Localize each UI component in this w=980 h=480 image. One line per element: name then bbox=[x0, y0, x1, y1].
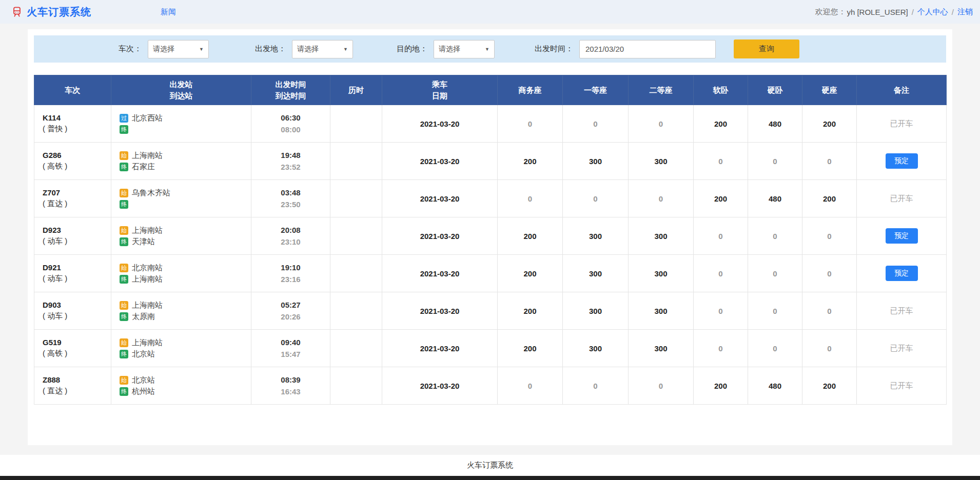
train-cell: G519( 高铁 ) bbox=[34, 330, 111, 367]
station-name: 上海南站 bbox=[132, 226, 163, 235]
depart-time: 08:39 bbox=[251, 375, 330, 384]
seat-soft-sleeper: 0 bbox=[694, 330, 748, 367]
train-type: ( 直达 ) bbox=[43, 386, 111, 396]
table-header-row: 车次出发站到达站出发时间到达时间历时乘车日期商务座一等座二等座软卧硬卧硬座备注 bbox=[34, 75, 947, 105]
duration-cell bbox=[330, 330, 382, 367]
train-number: K114 bbox=[43, 113, 111, 122]
time-cell: 08:3916:43 bbox=[251, 367, 330, 405]
train-no-select-value: 请选择 bbox=[153, 45, 174, 54]
train-type: ( 动车 ) bbox=[43, 311, 111, 321]
departure-select[interactable]: 请选择 ▼ bbox=[292, 40, 353, 58]
seat-hard-seat: 0 bbox=[802, 217, 857, 255]
seat-second-class-seat: 300 bbox=[629, 143, 694, 180]
destination-select[interactable]: 请选择 ▼ bbox=[434, 40, 495, 58]
seat-hard-seat: 0 bbox=[802, 143, 857, 180]
search-panel: 车次： 请选择 ▼ 出发地： 请选择 ▼ 目的地： 请选择 ▼ 出发时间： 查询 bbox=[34, 35, 946, 63]
station-name: 乌鲁木齐站 bbox=[132, 188, 170, 198]
seat-business-seat: 200 bbox=[498, 217, 563, 255]
stations-cell: 始乌鲁木齐站终 bbox=[111, 180, 251, 217]
train-table-body: K114( 普快 )过北京西站终06:3008:002021-03-200002… bbox=[34, 105, 947, 405]
table-row: D903( 动车 )始上海南站终太原南05:2720:262021-03-202… bbox=[34, 292, 947, 330]
station-badge: 终 bbox=[120, 275, 128, 284]
column-header: 出发时间到达时间 bbox=[251, 75, 330, 105]
time-cell: 09:4015:47 bbox=[251, 330, 330, 367]
profile-link[interactable]: 个人中心 bbox=[917, 7, 948, 17]
column-header: 二等座 bbox=[629, 75, 694, 105]
column-header: 备注 bbox=[857, 75, 947, 105]
note-cell: 已开车 bbox=[857, 367, 947, 405]
train-cell: D903( 动车 ) bbox=[34, 292, 111, 330]
station-line: 始上海南站 bbox=[120, 338, 251, 348]
search-button[interactable]: 查询 bbox=[734, 39, 799, 58]
depart-date-input[interactable] bbox=[579, 40, 716, 58]
seat-hard-seat: 200 bbox=[802, 105, 857, 143]
station-line: 终石家庄 bbox=[120, 162, 251, 172]
seat-hard-sleeper: 480 bbox=[748, 105, 802, 143]
station-badge: 始 bbox=[120, 151, 128, 160]
station-name: 杭州站 bbox=[132, 387, 155, 396]
depart-time: 19:48 bbox=[251, 151, 330, 159]
train-type: ( 高铁 ) bbox=[43, 162, 111, 171]
nav-news-link[interactable]: 新闻 bbox=[161, 7, 176, 17]
note-cell: 预定 bbox=[857, 143, 947, 180]
station-badge: 始 bbox=[120, 301, 128, 310]
train-number: D903 bbox=[43, 301, 111, 309]
train-cell: Z707( 直达 ) bbox=[34, 180, 111, 217]
book-button[interactable]: 预定 bbox=[886, 153, 918, 169]
train-type: ( 直达 ) bbox=[43, 199, 111, 209]
seat-first-class-seat: 0 bbox=[563, 367, 629, 405]
seat-hard-sleeper: 0 bbox=[748, 330, 802, 367]
note-cell: 已开车 bbox=[857, 105, 947, 143]
station-line: 终杭州站 bbox=[120, 387, 251, 396]
train-type: ( 动车 ) bbox=[43, 236, 111, 246]
seat-business-seat: 0 bbox=[498, 180, 563, 217]
train-number: Z707 bbox=[43, 188, 111, 197]
station-line: 始乌鲁木齐站 bbox=[120, 188, 251, 198]
note-cell: 预定 bbox=[857, 217, 947, 255]
username: yh [ROLE_USER] bbox=[847, 8, 908, 16]
seat-business-seat: 200 bbox=[498, 255, 563, 292]
station-badge: 终 bbox=[120, 163, 128, 171]
status-text: 已开车 bbox=[890, 344, 913, 352]
field-train-no: 车次： 请选择 ▼ bbox=[119, 40, 209, 58]
seat-second-class-seat: 0 bbox=[629, 180, 694, 217]
date-cell: 2021-03-20 bbox=[382, 367, 498, 405]
seat-soft-sleeper: 0 bbox=[694, 217, 748, 255]
train-number: G519 bbox=[43, 338, 111, 347]
arrive-time: 16:43 bbox=[251, 387, 330, 396]
logout-link[interactable]: 注销 bbox=[957, 7, 973, 17]
station-name: 北京南站 bbox=[132, 263, 163, 273]
brand[interactable]: 火车订票系统 bbox=[11, 5, 91, 19]
column-header: 历时 bbox=[330, 75, 382, 105]
column-header: 乘车日期 bbox=[382, 75, 498, 105]
column-header: 一等座 bbox=[563, 75, 629, 105]
seat-hard-seat: 0 bbox=[802, 330, 857, 367]
time-cell: 19:4823:52 bbox=[251, 143, 330, 180]
seat-hard-sleeper: 480 bbox=[748, 180, 802, 217]
station-line: 始上海南站 bbox=[120, 301, 251, 310]
seat-second-class-seat: 300 bbox=[629, 292, 694, 330]
separator: / bbox=[952, 8, 954, 16]
station-badge: 始 bbox=[120, 264, 128, 272]
table-row: G519( 高铁 )始上海南站终北京站09:4015:472021-03-202… bbox=[34, 330, 947, 367]
seat-soft-sleeper: 200 bbox=[694, 367, 748, 405]
station-line: 过北京西站 bbox=[120, 113, 251, 123]
train-no-select[interactable]: 请选择 ▼ bbox=[148, 40, 209, 58]
station-name: 上海南站 bbox=[132, 301, 163, 310]
train-logo-icon bbox=[11, 6, 23, 17]
destination-label: 目的地： bbox=[397, 44, 427, 54]
seat-second-class-seat: 300 bbox=[629, 217, 694, 255]
status-text: 已开车 bbox=[890, 306, 913, 315]
depart-time: 09:40 bbox=[251, 338, 330, 347]
station-line: 终 bbox=[120, 199, 251, 209]
book-button[interactable]: 预定 bbox=[886, 228, 918, 244]
train-cell: K114( 普快 ) bbox=[34, 105, 111, 143]
station-line: 始北京站 bbox=[120, 375, 251, 385]
column-header: 车次 bbox=[34, 75, 111, 105]
seat-hard-sleeper: 0 bbox=[748, 143, 802, 180]
station-badge: 终 bbox=[120, 387, 128, 396]
table-row: G286( 高铁 )始上海南站终石家庄19:4823:522021-03-202… bbox=[34, 143, 947, 180]
seat-hard-sleeper: 0 bbox=[748, 255, 802, 292]
book-button[interactable]: 预定 bbox=[886, 266, 918, 281]
station-line: 终天津站 bbox=[120, 237, 251, 247]
